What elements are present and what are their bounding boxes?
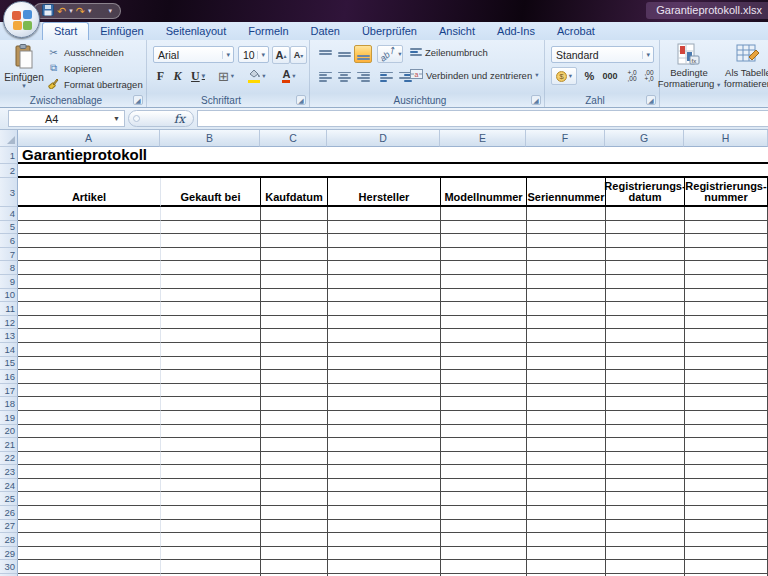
cell-D28[interactable] <box>327 533 440 547</box>
row-header-5[interactable]: 5 <box>0 221 18 235</box>
align-bottom-button[interactable] <box>354 45 372 63</box>
cell-A20[interactable] <box>18 425 160 439</box>
number-format-dropdown-icon[interactable]: ▾ <box>642 51 653 59</box>
merge-center-dropdown-icon[interactable]: ▾ <box>535 71 538 79</box>
cell-E20[interactable] <box>440 425 526 439</box>
cell-G8[interactable] <box>605 261 684 275</box>
percent-style-button[interactable]: % <box>581 67 598 85</box>
cell-E4[interactable] <box>440 207 526 221</box>
cell-B8[interactable] <box>160 261 260 275</box>
cell-C10[interactable] <box>260 289 327 303</box>
cell-A10[interactable] <box>18 289 160 303</box>
cell-F26[interactable] <box>526 506 605 520</box>
cell-E29[interactable] <box>440 547 526 561</box>
cell-C22[interactable] <box>260 452 327 466</box>
cell-H15[interactable] <box>684 357 768 371</box>
cell-B19[interactable] <box>160 411 260 425</box>
row-header-18[interactable]: 18 <box>0 397 18 411</box>
cell-C8[interactable] <box>260 261 327 275</box>
cell-B11[interactable] <box>160 302 260 316</box>
font-size-combo[interactable]: 10 ▾ <box>238 46 269 63</box>
row-header-6[interactable]: 6 <box>0 234 18 248</box>
cell-A18[interactable] <box>18 397 160 411</box>
cell-H14[interactable] <box>684 343 768 357</box>
cell-B6[interactable] <box>160 234 260 248</box>
tab-einf-gen[interactable]: Einfügen <box>89 23 154 40</box>
column-header-G[interactable]: G <box>605 130 684 147</box>
cell-C28[interactable] <box>260 533 327 547</box>
cell-D30[interactable] <box>327 560 440 574</box>
align-top-button[interactable] <box>316 45 334 63</box>
cell-E22[interactable] <box>440 452 526 466</box>
column-header-D[interactable]: D <box>327 130 440 147</box>
cell-C19[interactable] <box>260 411 327 425</box>
cell-E28[interactable] <box>440 533 526 547</box>
row-header-22[interactable]: 22 <box>0 452 18 466</box>
cell-D13[interactable] <box>327 329 440 343</box>
cell-A14[interactable] <box>18 343 160 357</box>
cell-C29[interactable] <box>260 547 327 561</box>
table-header-registrierungs-nummer[interactable]: Registrierungs-nummer <box>684 178 768 207</box>
cell-F24[interactable] <box>526 479 605 493</box>
increase-decimal-button[interactable]: +,0,00 <box>624 67 640 85</box>
cell-B7[interactable] <box>160 248 260 262</box>
cell-H26[interactable] <box>684 506 768 520</box>
cell-C15[interactable] <box>260 357 327 371</box>
cell-A5[interactable] <box>18 221 160 235</box>
cell-G17[interactable] <box>605 384 684 398</box>
shrink-font-button[interactable]: A▾ <box>290 46 307 64</box>
cell-G28[interactable] <box>605 533 684 547</box>
cell-D21[interactable] <box>327 438 440 452</box>
cell-H30[interactable] <box>684 560 768 574</box>
office-button[interactable] <box>3 1 40 38</box>
cell-C12[interactable] <box>260 316 327 330</box>
row-header-13[interactable]: 13 <box>0 329 18 343</box>
cell-C27[interactable] <box>260 520 327 534</box>
cell-D22[interactable] <box>327 452 440 466</box>
cell-G5[interactable] <box>605 221 684 235</box>
cell-G14[interactable] <box>605 343 684 357</box>
cell-D10[interactable] <box>327 289 440 303</box>
cell-B24[interactable] <box>160 479 260 493</box>
tab-daten[interactable]: Daten <box>300 23 351 40</box>
paste-button[interactable]: Einfügen ▾ <box>4 43 44 95</box>
row-header-25[interactable]: 25 <box>0 492 18 506</box>
cell-F27[interactable] <box>526 520 605 534</box>
fill-color-dropdown-icon[interactable]: ▾ <box>262 72 265 80</box>
cell-C14[interactable] <box>260 343 327 357</box>
row-header-9[interactable]: 9 <box>0 275 18 289</box>
grow-font-button[interactable]: A▴ <box>272 46 290 64</box>
cell-A4[interactable] <box>18 207 160 221</box>
cell-D27[interactable] <box>327 520 440 534</box>
title-cell[interactable]: Garantieprotokoll <box>18 147 768 164</box>
cell-G27[interactable] <box>605 520 684 534</box>
cell-A6[interactable] <box>18 234 160 248</box>
cell-F14[interactable] <box>526 343 605 357</box>
cell-D9[interactable] <box>327 275 440 289</box>
cell-B30[interactable] <box>160 560 260 574</box>
cell-F22[interactable] <box>526 452 605 466</box>
cell-B16[interactable] <box>160 370 260 384</box>
cell-H13[interactable] <box>684 329 768 343</box>
row-header-28[interactable]: 28 <box>0 533 18 547</box>
name-box[interactable]: A4 ▼ <box>8 110 125 127</box>
cell-B9[interactable] <box>160 275 260 289</box>
cell-C17[interactable] <box>260 384 327 398</box>
tab-acrobat[interactable]: Acrobat <box>546 23 606 40</box>
number-dialog-launcher[interactable]: ◢ <box>646 95 656 105</box>
cell-D7[interactable] <box>327 248 440 262</box>
cell-H27[interactable] <box>684 520 768 534</box>
row-header-8[interactable]: 8 <box>0 261 18 275</box>
cell-G21[interactable] <box>605 438 684 452</box>
cell-E21[interactable] <box>440 438 526 452</box>
borders-dropdown-icon[interactable]: ▾ <box>231 72 234 80</box>
cell-A9[interactable] <box>18 275 160 289</box>
clipboard-dialog-launcher[interactable]: ◢ <box>133 95 143 105</box>
cell-G9[interactable] <box>605 275 684 289</box>
cell-B4[interactable] <box>160 207 260 221</box>
cell-A29[interactable] <box>18 547 160 561</box>
row-header-16[interactable]: 16 <box>0 370 18 384</box>
cell-A30[interactable] <box>18 560 160 574</box>
cell-B17[interactable] <box>160 384 260 398</box>
cell-A19[interactable] <box>18 411 160 425</box>
